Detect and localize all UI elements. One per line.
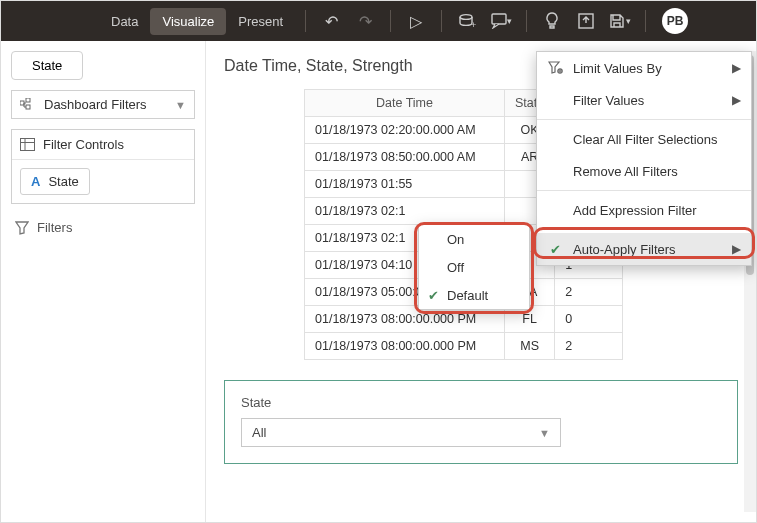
- cell: MS: [505, 333, 555, 360]
- dashboard-filters-label: Dashboard Filters: [44, 97, 147, 112]
- comment-icon[interactable]: ▾: [486, 6, 516, 36]
- menu-label: Filter Values: [573, 93, 644, 108]
- check-icon: ✔: [547, 242, 563, 257]
- main-area: Date Time, State, Strength Date Time Sta…: [206, 41, 756, 522]
- cell: 2: [555, 333, 623, 360]
- state-filter-value: All: [252, 425, 266, 440]
- col-header-datetime[interactable]: Date Time: [305, 90, 505, 117]
- menu-limit-values-by[interactable]: Limit Values By ▶: [537, 52, 751, 84]
- separator: [537, 229, 751, 230]
- table-row[interactable]: 01/18/1973 08:00:00.000 PMMS2: [305, 333, 623, 360]
- menu-auto-apply-filters[interactable]: ✔ Auto-Apply Filters ▶: [537, 233, 751, 265]
- menu-label: On: [447, 232, 464, 247]
- play-icon[interactable]: ▷: [401, 6, 431, 36]
- tab-present[interactable]: Present: [226, 8, 295, 35]
- menu-filter-values[interactable]: Filter Values ▶: [537, 84, 751, 116]
- text-type-icon: A: [31, 174, 40, 189]
- menu-clear-all-selections[interactable]: Clear All Filter Selections: [537, 123, 751, 155]
- menu-label: Remove All Filters: [573, 164, 678, 179]
- svg-rect-2: [492, 14, 506, 24]
- auto-apply-submenu: On Off ✔Default: [418, 224, 530, 310]
- dashboard-filters-icon: [20, 98, 36, 112]
- dashboard-filters-select[interactable]: Dashboard Filters ▼: [11, 90, 195, 119]
- submenu-arrow-icon: ▶: [732, 61, 741, 75]
- menu-label: Add Expression Filter: [573, 203, 697, 218]
- state-filter-dropdown[interactable]: All ▼: [241, 418, 561, 447]
- cell: 01/18/1973 02:1: [305, 198, 505, 225]
- menu-add-expression-filter[interactable]: Add Expression Filter: [537, 194, 751, 226]
- cell: 0: [555, 306, 623, 333]
- state-filter-card: State All ▼: [224, 380, 738, 464]
- submenu-off[interactable]: Off: [419, 253, 529, 281]
- save-icon[interactable]: ▾: [605, 6, 635, 36]
- chevron-down-icon: ▼: [175, 99, 186, 111]
- redo-icon[interactable]: ↷: [350, 6, 380, 36]
- separator: [305, 10, 306, 32]
- separator: [441, 10, 442, 32]
- separator: [645, 10, 646, 32]
- separator: [537, 190, 751, 191]
- menu-label: Default: [447, 288, 488, 303]
- undo-icon[interactable]: ↶: [316, 6, 346, 36]
- menu-label: Off: [447, 260, 464, 275]
- funnel-icon: [15, 221, 29, 235]
- avatar[interactable]: PB: [662, 8, 688, 34]
- svg-rect-4: [20, 101, 24, 105]
- cell: 01/18/1973 08:00:00.000 PM: [305, 333, 505, 360]
- sidebar: State Dashboard Filters ▼ Filter Control…: [1, 41, 206, 522]
- menu-label: Limit Values By: [573, 61, 662, 76]
- dataset-icon[interactable]: +: [452, 6, 482, 36]
- svg-rect-6: [26, 105, 30, 109]
- svg-rect-7: [21, 139, 35, 151]
- cell: 01/18/1973 08:50:00.000 AM: [305, 144, 505, 171]
- filter-context-menu: Limit Values By ▶ Filter Values ▶ Clear …: [536, 51, 752, 266]
- menu-remove-all-filters[interactable]: Remove All Filters: [537, 155, 751, 187]
- cell: 2: [555, 279, 623, 306]
- tab-visualize[interactable]: Visualize: [150, 8, 226, 35]
- separator: [390, 10, 391, 32]
- filter-controls-icon: [20, 138, 35, 151]
- submenu-on[interactable]: On: [419, 225, 529, 253]
- cell: 01/18/1973 02:20:00.000 AM: [305, 117, 505, 144]
- svg-point-0: [460, 15, 472, 20]
- state-button[interactable]: State: [11, 51, 83, 80]
- cell: 01/18/1973 01:55: [305, 171, 505, 198]
- state-filter-chip[interactable]: A State: [20, 168, 90, 195]
- menu-label: Auto-Apply Filters: [573, 242, 676, 257]
- separator: [526, 10, 527, 32]
- svg-text:+: +: [471, 20, 476, 29]
- funnel-edit-icon: [547, 61, 563, 75]
- tab-data[interactable]: Data: [99, 8, 150, 35]
- filters-section[interactable]: Filters: [11, 214, 195, 241]
- filters-label: Filters: [37, 220, 72, 235]
- menu-label: Clear All Filter Selections: [573, 132, 718, 147]
- filter-controls-panel: Filter Controls A State: [11, 129, 195, 204]
- submenu-arrow-icon: ▶: [732, 93, 741, 107]
- chevron-down-icon: ▼: [539, 427, 550, 439]
- top-toolbar: Data Visualize Present ↶ ↷ ▷ + ▾ ▾ PB: [1, 1, 756, 41]
- state-filter-label: State: [241, 395, 721, 410]
- svg-rect-5: [26, 98, 30, 102]
- export-icon[interactable]: [571, 6, 601, 36]
- submenu-default[interactable]: ✔Default: [419, 281, 529, 309]
- filter-controls-label: Filter Controls: [43, 137, 124, 152]
- lightbulb-icon[interactable]: [537, 6, 567, 36]
- state-chip-label: State: [48, 174, 78, 189]
- submenu-arrow-icon: ▶: [732, 242, 741, 256]
- check-icon: ✔: [425, 288, 441, 303]
- separator: [537, 119, 751, 120]
